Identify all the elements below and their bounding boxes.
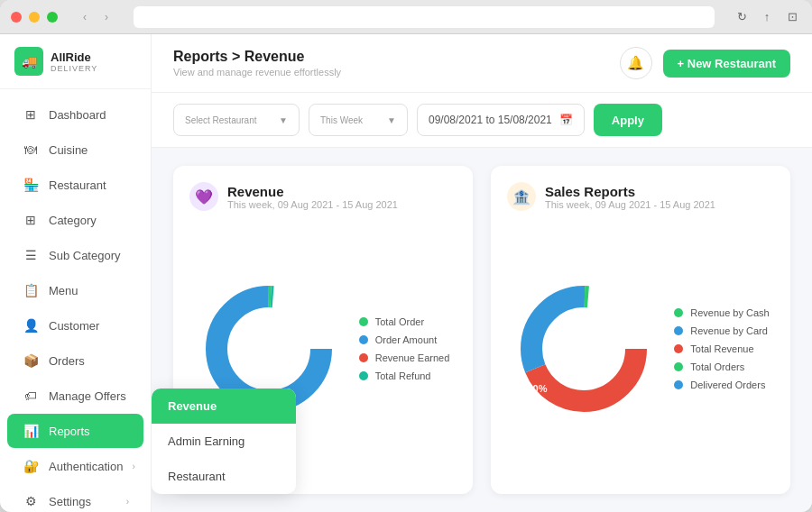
legend-item: Total Order bbox=[359, 316, 450, 327]
logo-area: 🚚 AllRide DELIVERY bbox=[0, 34, 151, 89]
minimize-button[interactable] bbox=[29, 12, 40, 23]
revenue-card-subtitle: This week, 09 Aug 2021 - 15 Aug 2021 bbox=[227, 199, 398, 210]
header-actions: 🔔 + New Restaurant bbox=[620, 47, 790, 79]
legend-item: Revenue by Card bbox=[674, 325, 769, 336]
calendar-icon: 📅 bbox=[559, 114, 573, 126]
legend-dot bbox=[674, 326, 683, 335]
legend-dot bbox=[674, 308, 683, 317]
settings-arrow-icon: › bbox=[126, 497, 129, 507]
share-icon[interactable]: ↑ bbox=[758, 8, 776, 26]
sidebar-label-customer: Customer bbox=[49, 319, 129, 333]
back-arrow-icon[interactable]: ‹ bbox=[76, 8, 94, 26]
legend-item: Total Refund bbox=[359, 370, 450, 381]
notification-button[interactable]: 🔔 bbox=[620, 47, 652, 79]
legend-label: Total Orders bbox=[690, 361, 744, 372]
cuisine-icon: 🍽 bbox=[22, 141, 40, 159]
legend-item: Revenue Earned bbox=[359, 352, 450, 363]
sales-card-title: Sales Reports bbox=[545, 184, 715, 199]
legend-dot bbox=[359, 335, 368, 344]
charts-area: 💜 Revenue This week, 09 Aug 2021 - 15 Au… bbox=[152, 148, 812, 512]
category-icon: ⊞ bbox=[22, 211, 40, 229]
legend-item: Revenue by Cash bbox=[674, 307, 769, 318]
legend-label: Revenue by Cash bbox=[690, 307, 769, 318]
sidebar: 🚚 AllRide DELIVERY ⊞ Dashboard 🍽 Cuisine… bbox=[0, 34, 152, 512]
legend-dot bbox=[674, 362, 683, 371]
authentication-icon: 🔐 bbox=[22, 457, 40, 475]
legend-label: Revenue by Card bbox=[690, 325, 768, 336]
new-restaurant-button[interactable]: + New Restaurant bbox=[663, 50, 790, 78]
revenue-legend: Total OrderOrder AmountRevenue EarnedTot… bbox=[359, 316, 450, 381]
legend-item: Order Amount bbox=[359, 334, 450, 345]
restaurant-select[interactable]: Select Restaurant ▼ bbox=[173, 104, 300, 136]
maximize-button[interactable] bbox=[47, 12, 58, 23]
sidebar-item-orders[interactable]: 📦 Orders bbox=[7, 343, 143, 378]
sales-chart-body: 30.9% 68.0% Revenue by CashRevenue by Ca… bbox=[507, 220, 774, 478]
sidebar-item-authentication[interactable]: 🔐 Authentication › bbox=[7, 449, 143, 483]
legend-label: Order Amount bbox=[375, 334, 437, 345]
sales-donut: 30.9% 68.0% bbox=[512, 277, 656, 421]
revenue-card-title: Revenue bbox=[227, 184, 398, 199]
legend-label: Revenue Earned bbox=[375, 352, 450, 363]
logo-icon: 🚚 bbox=[14, 47, 43, 76]
restaurant-select-label: Select Restaurant bbox=[185, 115, 257, 125]
nav-items: ⊞ Dashboard 🍽 Cuisine 🏪 Restaurant ⊞ Cat… bbox=[0, 89, 151, 512]
restaurant-icon: 🏪 bbox=[22, 176, 40, 194]
legend-item: Total Revenue bbox=[674, 343, 769, 354]
date-range-input[interactable]: 09/08/2021 to 15/08/2021 📅 bbox=[417, 104, 585, 136]
refresh-icon[interactable]: ↻ bbox=[733, 8, 751, 26]
fullscreen-icon[interactable]: ⊡ bbox=[783, 8, 801, 26]
apply-button[interactable]: Apply bbox=[594, 104, 662, 136]
sub-category-icon: ☰ bbox=[22, 246, 40, 264]
sidebar-item-manage-offers[interactable]: 🏷 Manage Offers bbox=[7, 379, 143, 413]
sidebar-label-category: Category bbox=[49, 214, 129, 227]
forward-arrow-icon[interactable]: › bbox=[97, 8, 115, 26]
sidebar-item-category[interactable]: ⊞ Category bbox=[7, 203, 143, 237]
week-select[interactable]: This Week ▼ bbox=[309, 104, 408, 136]
sidebar-item-cuisine[interactable]: 🍽 Cuisine bbox=[7, 133, 143, 167]
sidebar-label-cuisine: Cuisine bbox=[49, 143, 129, 157]
menu-icon: 📋 bbox=[22, 281, 40, 299]
sales-legend: Revenue by CashRevenue by CardTotal Reve… bbox=[674, 307, 769, 390]
sales-card: 🏦 Sales Reports This week, 09 Aug 2021 -… bbox=[491, 166, 790, 494]
svg-point-0 bbox=[217, 297, 321, 401]
legend-label: Total Order bbox=[375, 316, 424, 327]
logo-sub-text: DELIVERY bbox=[51, 64, 97, 73]
manage-offers-icon: 🏷 bbox=[22, 387, 40, 405]
legend-label: Delivered Orders bbox=[690, 379, 765, 390]
reports-icon: 📊 bbox=[22, 422, 40, 440]
breadcrumb: Reports > Revenue bbox=[173, 49, 341, 65]
sidebar-item-customer[interactable]: 👤 Customer bbox=[7, 308, 143, 343]
sidebar-label-manage-offers: Manage Offers bbox=[49, 389, 129, 403]
dashboard-icon: ⊞ bbox=[22, 105, 40, 123]
legend-dot bbox=[359, 353, 368, 362]
legend-dot bbox=[359, 317, 368, 326]
submenu-item-revenue[interactable]: Revenue bbox=[152, 389, 296, 424]
sidebar-item-settings[interactable]: ⚙ Settings › bbox=[7, 484, 143, 512]
legend-dot bbox=[674, 380, 683, 389]
sidebar-label-sub-category: Sub Category bbox=[49, 249, 129, 262]
sidebar-item-restaurant[interactable]: 🏪 Restaurant bbox=[7, 168, 143, 202]
sidebar-label-menu: Menu bbox=[49, 284, 129, 297]
titlebar: ‹ › ↻ ↑ ⊡ bbox=[0, 0, 812, 34]
sidebar-item-menu[interactable]: 📋 Menu bbox=[7, 273, 143, 307]
sales-card-icon: 🏦 bbox=[507, 182, 536, 211]
sales-label-2: 68.0% bbox=[519, 383, 547, 394]
revenue-card-icon: 💜 bbox=[189, 182, 218, 211]
legend-item: Total Orders bbox=[674, 361, 769, 372]
reports-submenu: RevenueAdmin EarningRestaurant bbox=[152, 389, 296, 494]
sidebar-label-reports: Reports bbox=[49, 425, 129, 438]
app-window: ‹ › ↻ ↑ ⊡ 🚚 AllRide DELIVERY ⊞ Dashboard bbox=[0, 0, 812, 512]
authentication-arrow-icon: › bbox=[132, 462, 134, 471]
sidebar-item-sub-category[interactable]: ☰ Sub Category bbox=[7, 238, 143, 272]
submenu-item-restaurant[interactable]: Restaurant bbox=[152, 459, 296, 494]
sales-label-1: 30.9% bbox=[619, 297, 647, 307]
url-bar bbox=[134, 6, 715, 28]
customer-icon: 👤 bbox=[22, 316, 40, 334]
sidebar-item-dashboard[interactable]: ⊞ Dashboard bbox=[7, 97, 143, 132]
submenu-item-admin-earning[interactable]: Admin Earning bbox=[152, 424, 296, 459]
date-range-value: 09/08/2021 to 15/08/2021 bbox=[429, 114, 552, 126]
close-button[interactable] bbox=[11, 12, 22, 23]
legend-dot bbox=[674, 344, 683, 353]
sidebar-item-reports[interactable]: 📊 Reports bbox=[7, 414, 143, 448]
settings-icon: ⚙ bbox=[22, 492, 40, 510]
